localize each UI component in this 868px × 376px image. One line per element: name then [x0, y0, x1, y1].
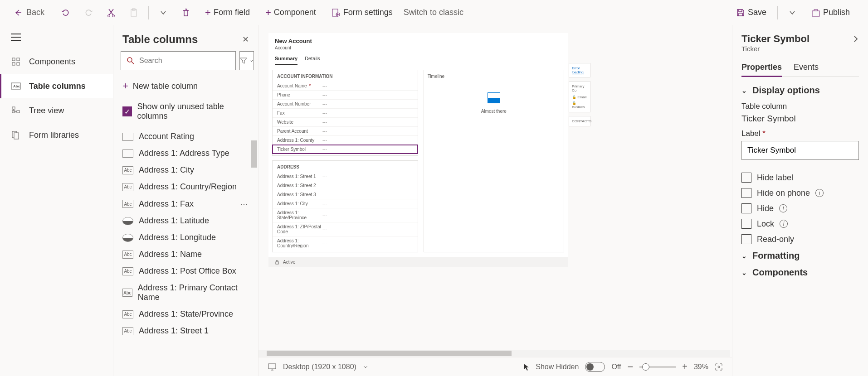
tab-events[interactable]: Events: [794, 59, 819, 77]
hide-label-row[interactable]: Hide label: [741, 173, 859, 183]
tab-properties[interactable]: Properties: [741, 59, 782, 77]
column-item[interactable]: Address 1: Longitude: [113, 229, 258, 246]
add-form-field-button[interactable]: + Form field: [200, 7, 254, 19]
horizontal-scrollbar[interactable]: [258, 350, 730, 357]
chevron-down-icon[interactable]: [363, 364, 368, 370]
form-field[interactable]: Address 1: Street 1---: [273, 172, 418, 181]
form-field[interactable]: Address 1: State/Province---: [273, 208, 418, 222]
hide-checkbox[interactable]: [741, 203, 751, 213]
scrollbar-thumb[interactable]: [251, 140, 257, 168]
lock-checkbox[interactable]: [741, 219, 751, 229]
hide-phone-checkbox[interactable]: [741, 188, 751, 198]
form-field[interactable]: Account Name *---: [273, 82, 418, 91]
column-item[interactable]: AbcAddress 1: Country/Region: [113, 178, 258, 195]
form-settings-button[interactable]: Form settings: [327, 8, 397, 17]
info-icon[interactable]: i: [815, 189, 824, 197]
search-input[interactable]: [139, 57, 230, 65]
close-panel-button[interactable]: ✕: [242, 34, 249, 44]
viewport-label[interactable]: Desktop (1920 x 1080): [283, 363, 356, 371]
zoom-in-button[interactable]: +: [682, 362, 688, 372]
hide-phone-row[interactable]: Hide on phone i: [741, 188, 859, 198]
form-field[interactable]: Account Number---: [273, 100, 418, 109]
primary-contact-card[interactable]: Primary Co 🔒 Email 🔒 Busines: [569, 81, 590, 112]
fit-icon[interactable]: [715, 363, 723, 371]
column-item[interactable]: AbcAddress 1: State/Province: [113, 306, 258, 323]
back-button[interactable]: Back: [14, 8, 44, 17]
formatting-header[interactable]: ⌄ Formatting: [741, 251, 859, 261]
column-item[interactable]: Account Rating: [113, 128, 258, 145]
readonly-checkbox[interactable]: [741, 234, 751, 244]
paste-button[interactable]: [126, 5, 142, 21]
cut-button[interactable]: [103, 5, 119, 21]
error-card[interactable]: Error loading: [569, 63, 590, 77]
nav-components[interactable]: Components: [0, 49, 113, 74]
delete-button[interactable]: [178, 5, 194, 21]
show-unused-checkbox-row[interactable]: ✓ Show only unused table columns: [113, 96, 258, 128]
column-item[interactable]: Address 1: Address Type: [113, 145, 258, 162]
column-name: Address 1: Street 1: [139, 326, 209, 336]
column-item[interactable]: AbcAddress 1: Fax⋯: [113, 195, 258, 212]
save-button[interactable]: Save: [731, 8, 771, 17]
add-component-button[interactable]: + Component: [261, 7, 321, 19]
column-item[interactable]: AbcAddress 1: Primary Contact Name: [113, 280, 258, 306]
zoom-out-button[interactable]: −: [627, 361, 633, 373]
column-item[interactable]: AbcAddress 1: Post Office Box: [113, 263, 258, 280]
form-field[interactable]: Address 1: Street 3---: [273, 190, 418, 199]
table-columns-panel: Table columns ✕ + New table column ✓ Sho…: [113, 25, 258, 376]
nav-form-libraries[interactable]: Form libraries: [0, 123, 113, 147]
form-canvas: New Account Account Summary Details ACCO…: [258, 25, 732, 357]
form-field[interactable]: Address 1: Country/Region---: [273, 236, 418, 250]
scrollbar-thumb[interactable]: [267, 351, 512, 356]
nav-tree-view[interactable]: Tree view: [0, 98, 113, 123]
info-icon[interactable]: i: [780, 220, 788, 228]
readonly-row[interactable]: Read-only: [741, 234, 859, 244]
info-icon[interactable]: i: [779, 204, 787, 212]
section-account-information[interactable]: ACCOUNT INFORMATION Account Name *---Pho…: [272, 70, 418, 156]
new-table-column-button[interactable]: + New table column: [113, 76, 258, 96]
label-input[interactable]: [741, 141, 859, 160]
form-field[interactable]: Address 1: ZIP/Postal Code---: [273, 222, 418, 236]
chevron-right-icon[interactable]: [853, 34, 859, 43]
zoom-slider[interactable]: [639, 366, 676, 368]
column-item[interactable]: Address 1: Latitude: [113, 212, 258, 229]
show-unused-checkbox[interactable]: ✓: [122, 106, 132, 116]
hamburger-button[interactable]: [0, 25, 113, 49]
field-value: ---: [322, 92, 327, 97]
lock-row[interactable]: Lock i: [741, 219, 859, 229]
hide-phone-text: Hide on phone: [757, 188, 810, 198]
form-field[interactable]: Address 1: County---: [273, 136, 418, 145]
search-input-wrapper[interactable]: [121, 51, 236, 70]
column-item[interactable]: AbcAddress 1: Name: [113, 246, 258, 263]
tab-summary[interactable]: Summary: [275, 53, 297, 65]
hide-label-checkbox[interactable]: [741, 173, 751, 183]
section-address[interactable]: ADDRESS Address 1: Street 1---Address 1:…: [272, 160, 418, 252]
desktop-icon: [268, 363, 277, 371]
save-chevron-button[interactable]: [784, 5, 800, 21]
nav-table-columns[interactable]: Abc Table columns: [0, 74, 113, 98]
column-item[interactable]: AbcAddress 1: City: [113, 162, 258, 178]
chevron-down-button[interactable]: [155, 5, 171, 21]
switch-to-classic-link[interactable]: Switch to classic: [404, 8, 463, 17]
show-hidden-toggle[interactable]: [585, 362, 605, 372]
contacts-card[interactable]: CONTACTS: [569, 116, 590, 126]
undo-button[interactable]: [58, 5, 74, 21]
form-field[interactable]: Fax---: [273, 109, 418, 118]
publish-button[interactable]: Publish: [807, 8, 854, 17]
field-label: Address 1: County: [277, 138, 322, 143]
form-field[interactable]: Ticker Symbol---: [273, 145, 418, 154]
form-field[interactable]: Address 1: Street 2---: [273, 181, 418, 190]
components-header[interactable]: ⌄ Components: [741, 267, 859, 278]
form-field[interactable]: Website---: [273, 118, 418, 127]
column-item[interactable]: AbcAddress 1: Street 1: [113, 323, 258, 339]
timeline-section[interactable]: Timeline Almost there: [424, 70, 564, 252]
form-preview[interactable]: New Account Account Summary Details ACCO…: [268, 33, 568, 267]
display-options-header[interactable]: ⌄ Display options: [741, 85, 859, 96]
hide-row[interactable]: Hide i: [741, 203, 859, 213]
form-field[interactable]: Address 1: City---: [273, 199, 418, 208]
redo-button[interactable]: [80, 5, 97, 21]
form-field[interactable]: Parent Account---: [273, 127, 418, 136]
tab-details[interactable]: Details: [305, 53, 320, 65]
form-field[interactable]: Phone---: [273, 91, 418, 100]
filter-button[interactable]: [239, 51, 254, 70]
more-icon[interactable]: ⋯: [240, 199, 249, 209]
